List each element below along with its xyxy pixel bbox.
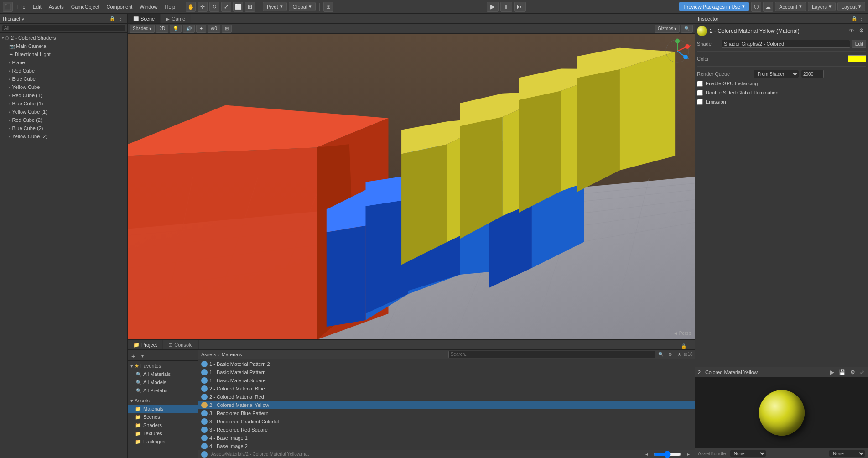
menu-edit[interactable]: Edit bbox=[30, 3, 44, 10]
menu-file[interactable]: File bbox=[15, 3, 28, 10]
status-slider-right[interactable]: ▸ bbox=[685, 451, 692, 458]
transform-all-btn[interactable]: ⊞ bbox=[245, 2, 255, 12]
transform-move-btn[interactable]: ✛ bbox=[198, 2, 208, 12]
collab-btn[interactable]: ⬡ bbox=[751, 2, 761, 12]
pause-button[interactable]: ⏸ bbox=[500, 2, 512, 12]
menu-assets[interactable]: Assets bbox=[46, 3, 67, 10]
fx-toggle[interactable]: ✦ bbox=[196, 25, 206, 33]
2d-toggle[interactable]: 2D bbox=[156, 25, 168, 33]
project-search-icon[interactable]: 🔍 bbox=[657, 351, 665, 358]
sidebar-all-materials[interactable]: 🔍 All Materials bbox=[128, 370, 198, 378]
transform-rect-btn[interactable]: ⬜ bbox=[233, 2, 243, 12]
hierarchy-item-yellow-cube-1[interactable]: ▪ Yellow Cube (1) bbox=[0, 108, 127, 116]
preview-save-btn[interactable]: 💾 bbox=[838, 369, 847, 375]
grid-btn[interactable]: ⊞ bbox=[323, 2, 333, 12]
transform-scale-btn[interactable]: ⤢ bbox=[221, 2, 231, 12]
file-item-2[interactable]: 1 - Basic Material Pattern bbox=[198, 368, 695, 376]
sidebar-shaders[interactable]: 📁 Shaders bbox=[128, 421, 198, 429]
tab-project[interactable]: 📁 Project bbox=[128, 340, 163, 349]
hierarchy-item-main-camera[interactable]: 📷 Main Camera bbox=[0, 42, 127, 50]
hierarchy-item-red-cube-2[interactable]: ▪ Red Cube (2) bbox=[0, 116, 127, 124]
double-sided-gi-checkbox[interactable] bbox=[697, 90, 703, 96]
tab-game[interactable]: ▶ Game bbox=[161, 14, 191, 23]
color-swatch[interactable] bbox=[848, 55, 866, 62]
preview-play-btn[interactable]: ▶ bbox=[829, 369, 835, 375]
project-add-arrow[interactable]: ▾ bbox=[139, 353, 146, 360]
hierarchy-lock-btn[interactable]: 🔒 bbox=[109, 15, 116, 22]
inspector-more-btn[interactable]: ⋮ bbox=[858, 15, 865, 22]
hierarchy-search-input[interactable] bbox=[2, 25, 125, 31]
sidebar-all-prefabs[interactable]: 🔍 All Prefabs bbox=[128, 386, 198, 395]
render-queue-dropdown[interactable]: From Shader bbox=[754, 70, 799, 78]
hierarchy-item-yellow-cube-2[interactable]: ▪ Yellow Cube (2) bbox=[0, 132, 127, 141]
sidebar-all-models[interactable]: 🔍 All Models bbox=[128, 378, 198, 386]
menu-gameobject[interactable]: GameObject bbox=[68, 3, 102, 10]
breadcrumb-materials[interactable]: Materials bbox=[222, 352, 242, 357]
sidebar-scenes[interactable]: 📁 Scenes bbox=[128, 413, 198, 421]
pivot-dropdown[interactable]: Pivot ▾ bbox=[263, 2, 286, 11]
bottom-more-btn[interactable]: ⋮ bbox=[687, 342, 695, 349]
scene-toolbar-grid[interactable]: ⊞ bbox=[222, 25, 232, 33]
render-queue-value[interactable]: 2000 bbox=[801, 70, 824, 78]
file-item-11[interactable]: 4 - Base Image 2 bbox=[198, 442, 695, 450]
global-dropdown[interactable]: Global ▾ bbox=[289, 2, 316, 11]
hierarchy-item-red-cube-1[interactable]: ▪ Red Cube (1) bbox=[0, 91, 127, 99]
menu-component[interactable]: Component bbox=[104, 3, 135, 10]
file-item-1[interactable]: 1 - Basic Material Pattern 2 bbox=[198, 360, 695, 368]
project-star-btn[interactable]: ★ bbox=[676, 351, 683, 358]
project-filter-btn[interactable]: ⊕ bbox=[666, 351, 674, 358]
favorites-header[interactable]: ▾ ★ Favorites bbox=[128, 362, 198, 370]
inspector-lock-btn[interactable]: 🔒 bbox=[851, 15, 858, 22]
file-item-4[interactable]: 2 - Colored Material Blue bbox=[198, 385, 695, 393]
unity-logo-btn[interactable]: ⬛ bbox=[3, 2, 13, 12]
breadcrumb-assets[interactable]: Assets bbox=[201, 352, 216, 357]
hierarchy-item-blue-cube[interactable]: ▪ Blue Cube bbox=[0, 75, 127, 83]
gizmos-dropdown[interactable]: Gizmos ▾ bbox=[655, 25, 680, 33]
menu-window[interactable]: Window bbox=[137, 3, 160, 10]
account-dropdown[interactable]: Account ▾ bbox=[775, 2, 806, 11]
project-search-input[interactable] bbox=[448, 351, 655, 358]
status-slider-left[interactable]: ◂ bbox=[643, 451, 650, 458]
hierarchy-scene-root[interactable]: ▾ ⬡ 2 - Colored Shaders bbox=[0, 34, 127, 42]
layers-dropdown[interactable]: Layers ▾ bbox=[808, 2, 836, 11]
file-item-6[interactable]: 2 - Colored Material Yellow bbox=[198, 401, 695, 409]
sidebar-textures[interactable]: 📁 Textures bbox=[128, 429, 198, 437]
file-item-7[interactable]: 3 - Recolored Blue Pattern bbox=[198, 409, 695, 417]
scene-gizmo[interactable]: Y X Z bbox=[664, 37, 691, 65]
scene-toolbar-extras[interactable]: ⊕0 bbox=[208, 25, 220, 33]
hierarchy-item-blue-cube-2[interactable]: ▪ Blue Cube (2) bbox=[0, 124, 127, 132]
gpu-instancing-checkbox[interactable] bbox=[697, 81, 703, 87]
hierarchy-more-btn[interactable]: ⋮ bbox=[117, 15, 125, 22]
inspector-settings-btn[interactable]: ⚙ bbox=[859, 27, 866, 35]
file-item-10[interactable]: 4 - Base Image 1 bbox=[198, 434, 695, 442]
asset-bundle-dropdown[interactable]: None bbox=[730, 450, 766, 457]
file-item-5[interactable]: 2 - Colored Material Red bbox=[198, 393, 695, 401]
transform-hand-btn[interactable]: ✋ bbox=[186, 2, 196, 12]
hierarchy-item-blue-cube-1[interactable]: ▪ Blue Cube (1) bbox=[0, 99, 127, 108]
menu-help[interactable]: Help bbox=[162, 3, 178, 10]
tab-console[interactable]: ⊡ Console bbox=[163, 340, 198, 349]
scene-viewport[interactable]: Y X Z ◄ Persp bbox=[128, 34, 695, 339]
step-button[interactable]: ⏭ bbox=[514, 2, 526, 12]
layout-dropdown[interactable]: Layout ▾ bbox=[837, 2, 865, 11]
sidebar-packages[interactable]: 📁 Packages bbox=[128, 437, 198, 446]
shader-value[interactable]: Shader Graphs/2 - Colored bbox=[722, 40, 850, 48]
sidebar-materials[interactable]: 📁 Materials bbox=[128, 405, 198, 413]
play-button[interactable]: ▶ bbox=[487, 2, 499, 12]
file-item-9[interactable]: 3 - Recolored Red Square bbox=[198, 426, 695, 434]
shaded-dropdown[interactable]: Shaded ▾ bbox=[130, 25, 155, 33]
preview-settings-btn[interactable]: ⚙ bbox=[849, 369, 856, 375]
zoom-slider[interactable] bbox=[654, 453, 681, 456]
emission-checkbox[interactable] bbox=[697, 99, 703, 105]
transform-rotate-btn[interactable]: ↻ bbox=[209, 2, 219, 12]
inspector-eye-btn[interactable]: 👁 bbox=[849, 27, 856, 35]
hierarchy-item-directional-light[interactable]: ☀ Directional Light bbox=[0, 50, 127, 58]
project-add-btn[interactable]: + bbox=[130, 353, 137, 360]
file-item-8[interactable]: 3 - Recolored Gradient Colorful bbox=[198, 417, 695, 426]
lighting-toggle[interactable]: 💡 bbox=[170, 25, 182, 33]
preview-zoom-btn[interactable]: ⤢ bbox=[859, 369, 865, 375]
shader-edit-button[interactable]: Edit bbox=[852, 40, 866, 48]
hierarchy-item-red-cube[interactable]: ▪ Red Cube bbox=[0, 67, 127, 75]
hierarchy-item-plane[interactable]: ▪ Plane bbox=[0, 58, 127, 67]
asset-bundle-variant-dropdown[interactable]: None bbox=[829, 450, 865, 457]
